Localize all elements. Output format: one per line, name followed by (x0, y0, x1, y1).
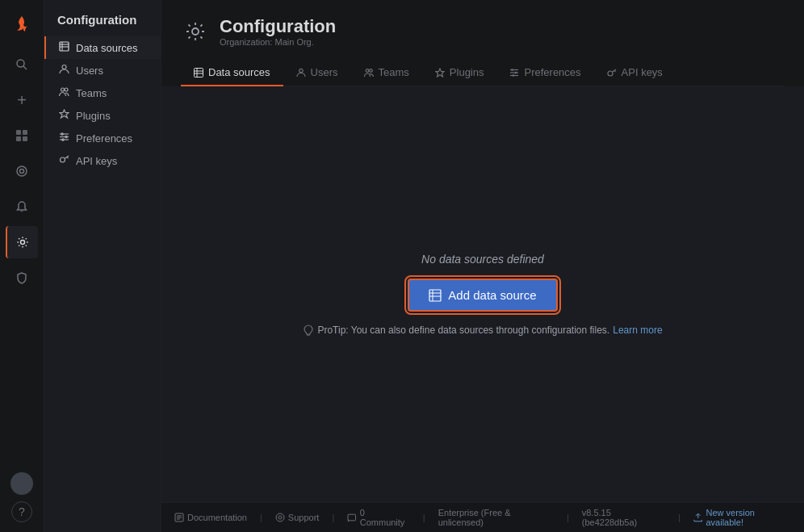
svg-point-25 (192, 28, 199, 35)
config-header-icon (181, 17, 210, 46)
protip-text: ProTip: You can also define data sources… (303, 325, 662, 336)
footer-community[interactable]: 0 Community (347, 508, 410, 527)
svg-point-52 (278, 516, 282, 519)
svg-point-8 (21, 241, 25, 245)
documentation-icon (174, 513, 184, 522)
main-content: Configuration Organization: Main Org. Da… (161, 0, 804, 532)
gear-nav-icon[interactable] (6, 226, 38, 258)
shield-nav-icon[interactable] (6, 262, 38, 294)
tab-users-icon (296, 68, 306, 77)
svg-point-6 (17, 166, 27, 176)
svg-point-36 (512, 69, 513, 70)
app-logo[interactable] (6, 8, 38, 40)
svg-point-14 (61, 88, 65, 91)
tab-users[interactable]: Users (283, 60, 351, 86)
svg-rect-4 (16, 136, 21, 141)
add-datasource-icon (429, 289, 442, 302)
teams-menu-icon (59, 86, 69, 99)
help-nav-icon[interactable]: ? (11, 501, 32, 522)
sidebar-title: Configuration (44, 13, 161, 36)
data-sources-menu-icon (59, 41, 69, 54)
plus-nav-icon[interactable]: + (6, 84, 38, 116)
search-nav-icon[interactable] (6, 48, 38, 81)
plugins-menu-icon (59, 109, 69, 122)
users-menu-icon (59, 64, 69, 77)
api-keys-menu-label: API keys (76, 155, 117, 167)
svg-line-24 (67, 157, 69, 159)
tab-preferences-icon (509, 68, 519, 77)
svg-rect-26 (195, 68, 203, 77)
tab-preferences-label: Preferences (524, 66, 580, 78)
svg-point-51 (276, 513, 284, 522)
bell-nav-icon[interactable] (6, 191, 38, 223)
new-version-icon (693, 513, 703, 522)
users-menu-item[interactable]: Users (44, 59, 161, 82)
svg-point-39 (608, 71, 613, 76)
svg-rect-3 (23, 130, 27, 135)
tab-data-sources-label: Data sources (208, 66, 270, 78)
api-keys-menu-item[interactable]: API keys (44, 149, 161, 172)
add-data-source-label: Add data source (448, 288, 536, 302)
empty-state: No data sources defined Add data source (303, 253, 662, 336)
data-sources-menu-item[interactable]: Data sources (44, 36, 161, 59)
footer-sep-4: | (567, 513, 569, 522)
svg-point-21 (62, 139, 64, 140)
tab-api-keys[interactable]: API keys (594, 60, 676, 86)
tab-plugins-icon (435, 68, 445, 77)
footer-sep-2: | (332, 513, 334, 522)
footer-documentation[interactable]: Documentation (174, 513, 247, 522)
svg-point-19 (61, 133, 63, 135)
tabs-bar: Data sources Users Tea (181, 60, 785, 86)
footer-new-version[interactable]: New version available! (693, 508, 791, 527)
tab-api-keys-icon (607, 68, 617, 77)
content-area: No data sources defined Add data source (161, 86, 804, 502)
svg-line-1 (23, 66, 27, 69)
preferences-menu-item[interactable]: Preferences (44, 127, 161, 149)
sidebar-narrow: + (0, 0, 44, 532)
header-text: Configuration Organization: Main Org. (220, 16, 336, 47)
users-menu-label: Users (76, 65, 103, 77)
learn-more-link[interactable]: Learn more (613, 325, 662, 336)
svg-point-31 (366, 69, 369, 73)
svg-rect-2 (16, 130, 21, 135)
page-title: Configuration (220, 16, 336, 37)
page-header: Configuration Organization: Main Org. Da… (161, 0, 804, 86)
footer-enterprise: Enterprise (Free & unlicensed) (438, 508, 554, 527)
page-subtitle: Organization: Main Org. (220, 37, 336, 47)
preferences-menu-icon (59, 132, 69, 145)
community-icon (347, 513, 357, 522)
header-top: Configuration Organization: Main Org. (181, 16, 785, 47)
user-avatar[interactable] (10, 472, 33, 495)
version-label: v8.5.15 (be4228db5a) (582, 508, 665, 527)
dashboard-nav-icon[interactable] (6, 119, 38, 152)
sidebar-bottom: ? (10, 469, 33, 526)
tab-data-sources[interactable]: Data sources (181, 60, 283, 86)
teams-menu-item[interactable]: Teams (44, 82, 161, 104)
add-data-source-button[interactable]: Add data source (408, 279, 557, 312)
tab-plugins[interactable]: Plugins (422, 60, 497, 86)
enterprise-label: Enterprise (Free & unlicensed) (438, 508, 554, 527)
svg-point-13 (62, 65, 66, 69)
tab-teams[interactable]: Teams (351, 60, 422, 86)
tab-plugins-label: Plugins (450, 66, 484, 78)
data-sources-menu-label: Data sources (76, 42, 138, 54)
tab-api-keys-label: API keys (622, 66, 663, 78)
svg-rect-42 (429, 290, 441, 301)
tab-teams-label: Teams (379, 66, 409, 78)
new-version-label: New version available! (706, 508, 791, 527)
footer-support[interactable]: Support (275, 513, 320, 522)
svg-point-7 (20, 170, 24, 174)
svg-point-32 (369, 69, 372, 73)
explore-nav-icon[interactable] (6, 155, 38, 187)
tab-data-sources-icon (194, 68, 203, 77)
sidebar-expanded: Configuration Data sources Users (44, 0, 161, 532)
plugins-menu-item[interactable]: Plugins (44, 104, 161, 127)
svg-rect-5 (23, 136, 27, 141)
footer-sep-5: | (678, 513, 680, 522)
support-icon (275, 513, 285, 522)
svg-point-22 (61, 157, 65, 162)
api-keys-menu-icon (59, 154, 69, 167)
teams-menu-label: Teams (76, 87, 107, 99)
tab-preferences[interactable]: Preferences (496, 60, 593, 86)
svg-point-20 (65, 136, 67, 137)
